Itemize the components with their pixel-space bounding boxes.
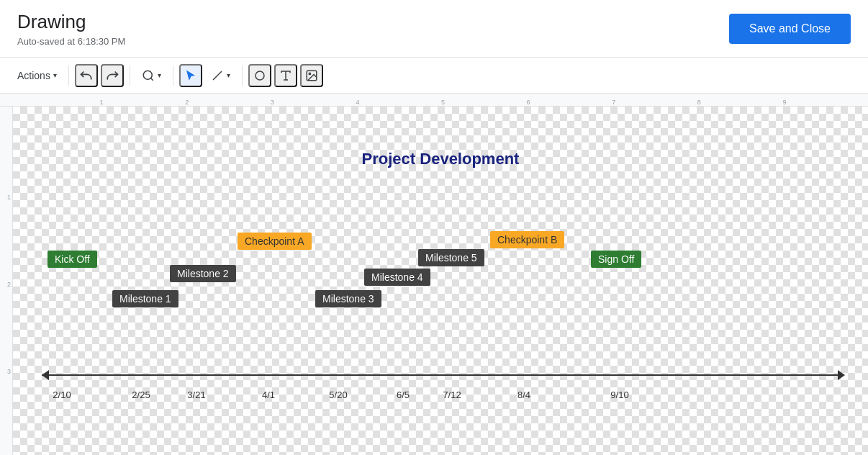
ruler-v-tick: 2 [7, 281, 11, 288]
date-label: 8/4 [517, 389, 530, 400]
ruler-tick: 4 [356, 99, 359, 106]
milestone-box[interactable]: Milestone 2 [170, 265, 236, 282]
actions-label: Actions [17, 70, 50, 81]
date-label: 5/20 [329, 389, 347, 400]
date-label: 7/12 [443, 389, 461, 400]
date-label: 9/10 [610, 389, 628, 400]
date-label: 4/1 [262, 389, 275, 400]
line-tool-icon [211, 69, 224, 82]
autosave-status: Auto-saved at 6:18:30 PM [17, 36, 125, 47]
image-tool-button[interactable] [300, 64, 323, 87]
zoom-icon [142, 69, 155, 82]
redo-button[interactable] [101, 64, 124, 87]
save-close-button[interactable]: Save and Close [729, 14, 851, 44]
milestone-box[interactable]: Checkpoint B [490, 231, 564, 248]
date-label: 2/10 [53, 389, 71, 400]
milestone-box[interactable]: Milestone 5 [418, 249, 484, 266]
line-tool-button[interactable]: ▾ [205, 65, 236, 86]
zoom-button[interactable]: ▾ [136, 65, 167, 86]
milestone-box[interactable]: Milestone 4 [364, 269, 430, 286]
drawing-canvas[interactable]: Project Development Kick OffMilestone 1M… [13, 107, 868, 455]
horizontal-ruler: 123456789 [0, 94, 868, 107]
svg-line-2 [213, 71, 222, 80]
ruler-tick: 7 [612, 99, 615, 106]
toolbar-divider-1 [68, 66, 69, 86]
text-tool-button[interactable] [274, 64, 297, 87]
milestone-box[interactable]: Milestone 3 [315, 290, 381, 307]
timeline-arrow-right-icon [838, 370, 845, 380]
ruler-tick: 5 [441, 99, 445, 106]
shape-tool-icon [253, 69, 266, 82]
zoom-chevron-icon: ▾ [158, 71, 161, 79]
text-tool-icon [279, 69, 292, 82]
ruler-tick: 9 [782, 99, 786, 106]
svg-point-3 [256, 71, 264, 80]
milestone-box[interactable]: Checkpoint A [238, 233, 312, 250]
undo-icon [79, 68, 94, 83]
ruler-tick: 1 [100, 99, 104, 106]
ruler-v-tick: 1 [7, 194, 11, 201]
header-left: Drawing Auto-saved at 6:18:30 PM [17, 11, 125, 47]
ruler-tick: 2 [185, 99, 189, 106]
date-label: 6/5 [397, 389, 410, 400]
shape-tool-button[interactable] [248, 64, 271, 87]
header: Drawing Auto-saved at 6:18:30 PM Save an… [0, 0, 868, 58]
image-tool-icon [305, 69, 318, 82]
ruler-tick: 3 [271, 99, 274, 106]
vertical-ruler: 123 [0, 107, 13, 455]
diagram-title: Project Development [362, 150, 520, 168]
ruler-tick: 8 [697, 99, 701, 106]
svg-line-1 [150, 78, 153, 80]
milestone-box[interactable]: Sign Off [591, 251, 641, 268]
svg-point-0 [143, 71, 152, 79]
actions-chevron-icon: ▾ [53, 71, 57, 79]
canvas-area[interactable]: 123 Project Development Kick OffMileston… [0, 107, 868, 455]
milestone-box[interactable]: Milestone 1 [112, 290, 178, 307]
svg-point-7 [309, 73, 310, 74]
ruler-content: 123456789 [14, 94, 868, 106]
undo-button[interactable] [75, 64, 98, 87]
date-label: 3/21 [187, 389, 205, 400]
toolbar-divider-3 [173, 66, 173, 86]
select-tool-button[interactable] [179, 64, 202, 87]
milestone-box[interactable]: Kick Off [48, 251, 97, 268]
line-tool-chevron-icon: ▾ [227, 71, 230, 79]
redo-icon [105, 68, 119, 83]
toolbar-divider-4 [242, 66, 243, 86]
canvas-content: Project Development Kick OffMilestone 1M… [13, 107, 868, 455]
toolbar: Actions ▾ ▾ ▾ [0, 58, 868, 94]
ruler-tick: 6 [527, 99, 530, 106]
app-title: Drawing [17, 11, 125, 33]
timeline-line [42, 374, 839, 376]
select-cursor-icon [184, 69, 197, 82]
date-label: 2/25 [132, 389, 150, 400]
ruler-v-tick: 3 [7, 368, 11, 375]
timeline-arrow-left-icon [42, 370, 49, 380]
actions-menu-button[interactable]: Actions ▾ [12, 66, 63, 86]
toolbar-divider-2 [130, 66, 130, 86]
